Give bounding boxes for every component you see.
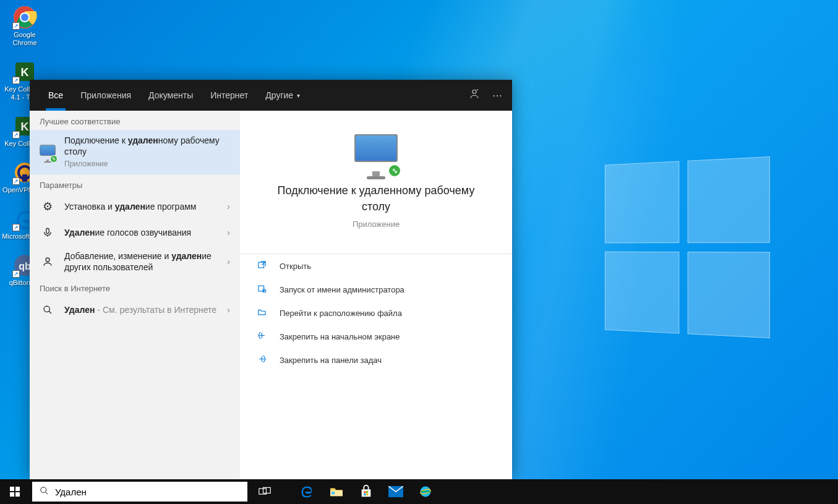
svg-point-16: [44, 306, 49, 312]
tab-apps[interactable]: Приложения: [72, 80, 140, 111]
section-best-match: Лучшее соответствие: [30, 111, 240, 130]
result-web-search[interactable]: Удален - См. результаты в Интернете ›: [30, 297, 240, 323]
svg-rect-25: [364, 491, 366, 493]
taskbar-ie[interactable]: [411, 479, 440, 504]
admin-icon: [257, 284, 271, 295]
tab-all[interactable]: Все: [40, 80, 72, 111]
svg-rect-10: [22, 174, 27, 182]
svg-point-13: [472, 90, 476, 93]
desktop-icon-chrome[interactable]: ↗ Google Chrome: [0, 4, 49, 47]
svg-point-3: [21, 14, 28, 21]
taskbar-mail[interactable]: [381, 479, 411, 504]
tab-documents[interactable]: Документы: [140, 80, 202, 111]
more-options-icon[interactable]: ⋯: [492, 90, 502, 101]
taskbar-store[interactable]: [351, 479, 381, 504]
action-run-as-admin[interactable]: Запуск от имени администратора: [240, 278, 512, 301]
tab-other[interactable]: Другие▾: [257, 80, 309, 111]
chevron-right-icon: ›: [227, 202, 230, 211]
search-input[interactable]: [55, 487, 240, 497]
svg-point-15: [46, 258, 49, 262]
preview-app-title: Подключение к удаленному рабочему столу: [240, 182, 512, 215]
search-panel: Все Приложения Документы Интернет Другие…: [30, 80, 512, 479]
folder-icon: [257, 307, 271, 318]
wallpaper-windows-logo: [605, 156, 770, 338]
pin-start-icon: [257, 331, 271, 342]
feedback-icon[interactable]: [469, 88, 480, 102]
taskbar-search-box[interactable]: [32, 482, 247, 502]
action-open-location[interactable]: Перейти к расположению файла: [240, 301, 512, 325]
chevron-down-icon: ▾: [297, 92, 300, 99]
pin-taskbar-icon: [257, 354, 271, 365]
result-manage-users[interactable]: Добавление, изменение и удаление других …: [30, 246, 240, 278]
section-web-search: Поиск в Интернете: [30, 278, 240, 297]
desktop-icon-label: Google Chrome: [1, 31, 48, 47]
gear-icon: ⚙: [40, 199, 56, 215]
shortcut-arrow-icon: ↗: [12, 22, 20, 30]
mic-icon: [40, 224, 56, 241]
preview-actions-list: Открыть Запуск от имени администратора П…: [240, 254, 512, 372]
svg-rect-14: [46, 228, 49, 233]
tab-internet[interactable]: Интернет: [202, 80, 257, 111]
svg-rect-26: [366, 491, 368, 493]
svg-rect-17: [259, 262, 264, 268]
taskbar-file-explorer[interactable]: [322, 479, 351, 504]
action-pin-start[interactable]: Закрепить на начальном экране: [240, 325, 512, 348]
svg-rect-28: [366, 493, 368, 495]
action-pin-taskbar[interactable]: Закрепить на панели задач: [240, 348, 512, 372]
search-tabs: Все Приложения Документы Интернет Другие…: [30, 80, 512, 111]
start-button[interactable]: [0, 479, 30, 504]
preview-app-subtitle: Приложение: [353, 220, 400, 229]
rdp-app-icon: ⤡: [354, 134, 398, 171]
result-delete-voices[interactable]: Удаление голосов озвучивания ›: [30, 220, 240, 246]
taskbar-edge[interactable]: [292, 479, 322, 504]
svg-rect-27: [364, 493, 366, 495]
user-icon: [40, 254, 56, 270]
svg-rect-24: [331, 492, 335, 495]
action-open[interactable]: Открыть: [240, 254, 512, 278]
search-icon: [40, 486, 49, 497]
result-uninstall-programs[interactable]: ⚙ Установка и удаление программ ›: [30, 194, 240, 220]
task-view-button[interactable]: [250, 479, 280, 504]
search-icon: [40, 302, 56, 318]
search-preview-pane: ⤡ Подключение к удаленному рабочему стол…: [240, 111, 512, 479]
svg-text:K: K: [21, 121, 29, 133]
taskbar: [0, 479, 838, 504]
svg-text:K: K: [21, 66, 29, 79]
result-rdp-app[interactable]: ⤡ Подключение к удаленному рабочему стол…: [30, 130, 240, 174]
open-icon: [257, 260, 271, 271]
section-settings: Параметры: [30, 174, 240, 194]
svg-point-20: [41, 487, 46, 493]
windows-logo-icon: [10, 487, 20, 497]
search-results-list: Лучшее соответствие ⤡ Подключение к удал…: [30, 111, 240, 479]
